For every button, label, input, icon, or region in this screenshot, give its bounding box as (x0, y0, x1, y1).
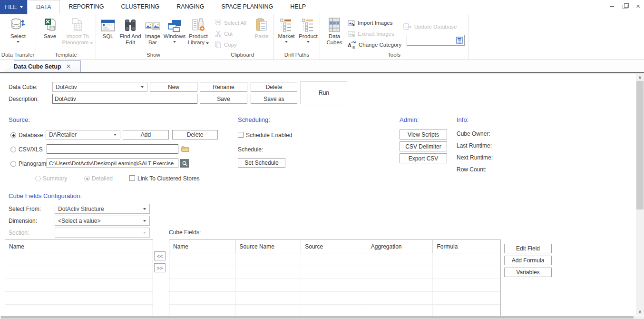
tab-strip-divider (0, 72, 644, 73)
horizontal-scrollbar[interactable] (0, 316, 644, 319)
tab-ranging[interactable]: RANGING (168, 0, 213, 14)
import-to-planogram-label: Import To Planogram (62, 33, 89, 45)
data-cubes-button[interactable]: Data Cubes (324, 17, 345, 46)
find-and-edit-button[interactable]: Find And Edit (119, 17, 142, 46)
vertical-scrollbar[interactable]: ∧ ∨ (636, 74, 644, 315)
tab-clustering[interactable]: CLUSTERING (113, 0, 168, 14)
add-formula-button[interactable]: Add Formula (504, 256, 552, 265)
section-dropdown (55, 228, 150, 238)
file-menu-button[interactable]: FILE (0, 0, 27, 14)
scissors-icon (215, 30, 222, 37)
schedule-enabled-checkbox[interactable] (238, 132, 244, 138)
rename-button[interactable]: Rename (200, 82, 247, 92)
move-fields-right-button[interactable]: >> (154, 263, 166, 272)
list-item[interactable] (5, 253, 153, 266)
file-menu-label: FILE (4, 4, 17, 10)
sql-window-icon (101, 17, 115, 32)
delete-button[interactable]: Delete (251, 82, 297, 92)
chevron-down-icon (90, 42, 93, 44)
delete-database-button[interactable]: Delete (172, 130, 218, 140)
set-schedule-button[interactable]: Set Schedule (238, 158, 285, 168)
admin-heading: Admin: (400, 116, 419, 123)
scroll-up-icon[interactable]: ∧ (636, 74, 644, 81)
product-drill-path-button[interactable]: Product (298, 17, 319, 43)
data-cube-label: Data Cube: (9, 84, 38, 90)
table-row[interactable] (169, 279, 500, 292)
link-to-clustered-stores-checkbox[interactable] (129, 175, 135, 181)
select-from-dropdown[interactable]: DotActiv Structure (55, 204, 150, 214)
browse-planograms-button[interactable] (180, 159, 189, 168)
data-cube-dropdown[interactable]: DotActiv (52, 82, 147, 92)
tools-search-input[interactable] (407, 35, 455, 45)
table-row[interactable] (169, 253, 500, 266)
cube-fields-table[interactable]: Name Source Name Source Aggregation Form… (169, 239, 501, 318)
vertical-scrollbar-thumb[interactable] (636, 81, 644, 209)
schedule-label: Schedule: (238, 146, 263, 153)
select-all-button: Select All (215, 18, 246, 28)
cut-label: Cut (224, 31, 233, 37)
csv-path-input[interactable] (47, 144, 178, 154)
extract-images-label: Extract Images (358, 31, 394, 37)
scheduling-heading: Scheduling: (238, 116, 270, 123)
next-runtime-label: Next Runtime: (457, 154, 493, 161)
tab-reporting[interactable]: REPORTING (60, 0, 112, 14)
save-button[interactable]: Save (40, 17, 60, 40)
dimension-label: Dimension: (9, 218, 37, 224)
tab-close-icon[interactable]: ✕ (66, 64, 71, 70)
available-fields-list[interactable]: Name (5, 239, 153, 318)
dimension-dropdown[interactable]: <Select a value> (55, 216, 150, 226)
run-button[interactable]: Run (301, 81, 347, 104)
table-row[interactable] (169, 292, 500, 305)
close-icon[interactable]: × (636, 3, 640, 9)
available-fields-header: Name (5, 240, 153, 253)
add-database-button[interactable]: Add (123, 130, 169, 140)
data-cubes-label: Data Cubes (324, 33, 345, 46)
save-cube-button[interactable]: Save (200, 94, 247, 104)
horizontal-scrollbar-thumb[interactable] (1, 316, 634, 319)
market-tree-icon (280, 17, 293, 32)
paste-label: Paste (254, 33, 268, 40)
cube-owner-label: Cube Owner: (457, 130, 490, 137)
browse-folder-icon[interactable] (181, 145, 189, 152)
planograms-radio[interactable] (10, 161, 16, 167)
list-item[interactable] (5, 266, 153, 279)
tab-data-cube-setup[interactable]: Data Cube Setup ✕ (4, 60, 81, 72)
minimize-icon[interactable] (609, 3, 615, 9)
database-radio[interactable] (10, 132, 16, 138)
tab-help[interactable]: HELP (282, 0, 314, 14)
tab-space-planning[interactable]: SPACE PLANNING (213, 0, 282, 14)
view-scripts-button[interactable]: View Scripts (400, 130, 447, 140)
list-item[interactable] (5, 292, 153, 305)
description-input[interactable] (52, 94, 197, 104)
select-button[interactable]: Select (7, 17, 29, 43)
edit-field-button[interactable]: Edit Field (504, 244, 552, 253)
column-header-name: Name (169, 240, 236, 253)
import-images-button[interactable]: Import Images (348, 18, 393, 28)
svg-text:A: A (348, 42, 351, 48)
variables-button[interactable]: Variables (504, 268, 552, 277)
sql-button[interactable]: SQL (98, 17, 118, 40)
csv-delimiter-button[interactable]: CSV Delimiter (400, 141, 447, 151)
product-library-button[interactable]: Product Library (186, 17, 210, 46)
calculator-icon[interactable] (455, 35, 464, 45)
move-fields-left-button[interactable]: << (154, 251, 166, 260)
export-csv-button[interactable]: Export CSV (400, 153, 447, 163)
change-category-button[interactable]: A B Change Category (348, 40, 401, 50)
database-dropdown[interactable]: DARetailer (46, 130, 120, 140)
market-drill-path-button[interactable]: Market (276, 17, 297, 43)
table-row[interactable] (169, 266, 500, 279)
restore-icon[interactable] (623, 3, 628, 9)
planograms-radio-label: Planograms (19, 160, 49, 167)
cube-fields-label: Cube Fields: (169, 229, 201, 236)
planograms-path-input[interactable] (47, 159, 178, 168)
windows-button[interactable]: Windows (164, 17, 185, 43)
list-item[interactable] (5, 279, 153, 292)
new-button[interactable]: New (150, 82, 197, 92)
tab-data[interactable]: DATA (27, 0, 60, 14)
windows-label: Windows (164, 33, 186, 40)
csv-xls-radio[interactable] (10, 147, 16, 152)
image-bar-button[interactable]: Image Bar (143, 17, 163, 46)
save-as-button[interactable]: Save as (251, 94, 297, 104)
extract-images-icon (348, 30, 355, 38)
scroll-down-icon[interactable]: ∨ (636, 308, 644, 315)
